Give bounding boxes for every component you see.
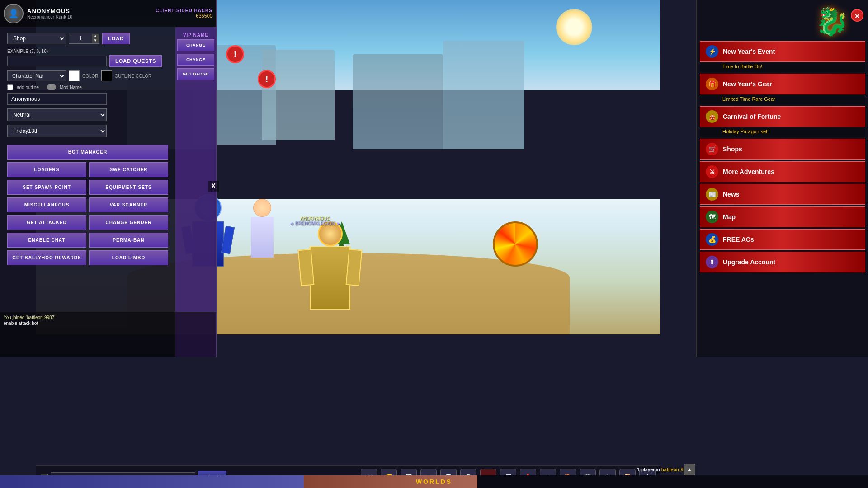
new-years-gear-section: 🎁 New Year's Gear Limited Time Rare Gear (700, 74, 865, 104)
get-attacked-button[interactable]: GET ATTACKED (7, 215, 86, 230)
news-icon: 📰 (706, 188, 718, 201)
username: ANONYMOUS (27, 8, 156, 14)
load-limbo-button[interactable]: LOAD LIMBO (89, 250, 168, 265)
scroll-up-button[interactable]: ▲ (684, 464, 695, 475)
shop-dropdown[interactable]: Shop (7, 33, 66, 44)
outline-color-label: OUTLINE COLOR (115, 74, 152, 79)
perma-ban-button[interactable]: PERMA-BAN (89, 233, 168, 248)
spinner-down[interactable]: ▼ (92, 38, 99, 43)
avatar: 👤 (4, 4, 24, 23)
load-button[interactable]: LOAD (102, 33, 130, 44)
alignment-row: Neutral Good Evil (4, 107, 172, 123)
new-years-event-icon: ⚡ (706, 45, 718, 58)
example-label: EXAMPLE (7, 8, 16) (7, 49, 168, 54)
example-input[interactable] (7, 56, 107, 66)
xp-bar (0, 475, 304, 488)
shops-label: Shops (723, 145, 742, 153)
loaders-button[interactable]: LOADERS (7, 162, 86, 177)
actions-grid: BOT MANAGER LOADERS SWF CATCHER SET SPAW… (4, 141, 172, 269)
free-acs-button[interactable]: 💰 FREE ACs (700, 229, 865, 250)
new-years-gear-button[interactable]: 🎁 New Year's Gear (700, 74, 865, 94)
upgrade-account-button[interactable]: ⬆ Upgrade Account (700, 252, 865, 272)
carnival-button[interactable]: 🎪 Carnival of Fortune (700, 106, 865, 127)
gold-amount: 635500 (196, 13, 212, 19)
news-button[interactable]: 📰 News (700, 184, 865, 205)
number-input-group: ▲ ▼ (69, 33, 99, 44)
free-acs-label: FREE ACs (723, 236, 754, 243)
change-gender-button[interactable]: CHANGE GENDER (89, 215, 168, 230)
checkbox-row: add outline Mod Name (4, 83, 172, 91)
right-sidebar: 🐉 ✕ ⚡ New Year's Event Time to Battle On… (696, 0, 868, 357)
mod-name-label: Mod Name (60, 85, 82, 90)
color-label: COLOR (82, 74, 99, 79)
char-name-dropdown[interactable]: Character Nar (7, 70, 66, 81)
dragon-logo-icon: 🐉 (815, 6, 849, 37)
change-button-1[interactable]: CHANGE (177, 39, 214, 51)
miscellaneous-button[interactable]: MISCELLANEOUS (7, 197, 86, 212)
more-adventures-label: More Adventures (723, 168, 774, 175)
chat-area: You joined 'battleon-9987' enable attack… (0, 312, 216, 357)
carnival-label: Carnival of Fortune (723, 113, 781, 120)
get-ballyhoo-button[interactable]: GET BALLYHOO REWARDS (7, 250, 86, 265)
spinner-up[interactable]: ▲ (92, 34, 99, 38)
progress-bar-area: WORLDS (0, 475, 868, 488)
player-name-input[interactable] (7, 93, 107, 105)
swf-catcher-button[interactable]: SWF CATCHER (89, 162, 168, 177)
add-outline-label: add outline (17, 85, 39, 90)
vip-name-label: VIP NAME (183, 33, 208, 38)
new-years-gear-label: New Year's Gear (723, 80, 772, 88)
new-years-event-sub: Time to Battle On! (700, 63, 865, 72)
carnival-sub: Holiday Paragon set! (700, 128, 865, 137)
color-swatch-black[interactable] (101, 70, 112, 81)
server-dropdown[interactable]: Friday13th (7, 125, 107, 137)
bot-manager-button[interactable]: BOT MANAGER (7, 145, 168, 160)
char-name-row: Character Nar COLOR OUTLINE COLOR (4, 69, 172, 83)
enable-chat-button[interactable]: ENABLE CHAT (7, 233, 86, 248)
shop-row: Shop ▲ ▼ LOAD (4, 30, 172, 47)
upgrade-label: Upgrade Account (723, 258, 775, 266)
alignment-dropdown[interactable]: Neutral Good Evil (7, 108, 107, 121)
add-outline-checkbox[interactable] (7, 84, 13, 90)
user-bar: 👤 ANONYMOUS Necromancer Rank 10 CLIENT-S… (0, 0, 216, 27)
more-adventures-button[interactable]: ⚔ More Adventures (700, 161, 865, 182)
carnival-icon: 🎪 (706, 110, 718, 123)
close-sidebar-button[interactable]: ✕ (851, 9, 863, 22)
var-scanner-button[interactable]: VAR SCANNER (89, 197, 168, 212)
change-button-2[interactable]: CHANGE (177, 54, 214, 66)
new-years-event-section: ⚡ New Year's Event Time to Battle On! (700, 41, 865, 72)
load-quests-button[interactable]: LOAD QUESTS (109, 55, 162, 67)
server-row: Friday13th (4, 123, 172, 139)
get-badge-button[interactable]: GET BADGE (177, 68, 214, 80)
shops-button[interactable]: 🛒 Shops (700, 139, 865, 160)
example-row: EXAMPLE (7, 8, 16) LOAD QUESTS (4, 47, 172, 69)
hack-title-label: CLIENT-SIDED HACKS (156, 8, 212, 13)
map-button[interactable]: 🗺 Map (700, 206, 865, 227)
new-years-gear-sub: Limited Time Rare Gear (700, 95, 865, 104)
equipment-sets-button[interactable]: EQUIPMENT SETS (89, 180, 168, 195)
chat-line-2: enable attack bot (4, 321, 212, 326)
color-swatch-white[interactable] (69, 70, 80, 81)
set-spawn-button[interactable]: SET SPAWN POINT (7, 180, 86, 195)
chat-line-1: You joined 'battleon-9987' (4, 315, 212, 320)
more-adventures-icon: ⚔ (706, 165, 718, 178)
toggle-switch[interactable] (47, 84, 56, 90)
new-years-event-label: New Year's Event (723, 48, 775, 55)
shop-number-input[interactable] (69, 33, 92, 43)
shops-icon: 🛒 (706, 143, 718, 155)
upgrade-icon: ⬆ (706, 256, 718, 268)
new-years-event-button[interactable]: ⚡ New Year's Event (700, 41, 865, 62)
user-rank: Necromancer Rank 10 (27, 14, 156, 19)
left-right-col: VIP NAME CHANGE CHANGE GET BADGE (175, 27, 216, 357)
spinner-buttons: ▲ ▼ (92, 34, 99, 43)
map-icon: 🗺 (706, 211, 718, 223)
panel-close-button[interactable]: X (208, 181, 219, 192)
free-acs-icon: 💰 (706, 233, 718, 246)
worlds-logo: WORLDS (416, 478, 452, 485)
map-label: Map (723, 213, 736, 221)
carnival-section: 🎪 Carnival of Fortune Holiday Paragon se… (700, 106, 865, 137)
new-years-gear-icon: 🎁 (706, 78, 718, 90)
news-label: News (723, 191, 740, 198)
name-input-row (4, 91, 172, 107)
player-count-text: 1 player in (637, 467, 660, 472)
